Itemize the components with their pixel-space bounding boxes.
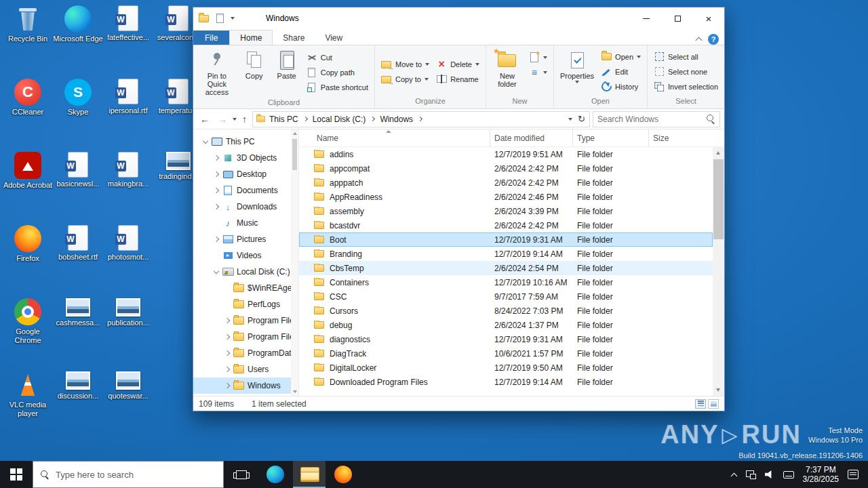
taskbar-edge-button[interactable] — [259, 461, 292, 488]
nav-tree-item[interactable]: 3D Objects — [193, 150, 298, 166]
breadcrumb-separator-icon[interactable] — [418, 117, 422, 121]
open-button[interactable]: Open — [598, 49, 644, 64]
file-row[interactable]: Cursors 8/24/2022 7:03 PM File folder — [299, 304, 713, 318]
tree-chevron-icon[interactable] — [223, 350, 230, 357]
search-box[interactable] — [593, 111, 720, 127]
nav-tree-item[interactable]: Documents — [193, 182, 298, 199]
desktop-icon[interactable]: CCleaner — [3, 79, 53, 152]
minimize-button[interactable] — [631, 7, 662, 29]
file-row[interactable]: CSC 9/7/2017 7:59 AM File folder — [299, 289, 713, 304]
new-folder-button[interactable]: ★ New folder — [490, 47, 525, 96]
tab-view[interactable]: View — [315, 30, 353, 45]
desktop-icon[interactable]: Skype — [53, 79, 103, 152]
nav-tree-item[interactable]: Program Files — [193, 312, 298, 329]
properties-button[interactable]: Properties — [557, 47, 597, 96]
nav-tree-item[interactable]: Program Files — [193, 329, 298, 345]
desktop-icon[interactable]: publication... — [103, 298, 153, 371]
desktop-icon[interactable]: basicnewsl... — [53, 152, 103, 225]
desktop-icon[interactable]: makingbra... — [103, 152, 153, 225]
nav-tree-item[interactable]: Downloads — [193, 199, 298, 215]
nav-tree-item[interactable]: Local Disk (C:) — [193, 264, 298, 280]
scroll-down-icon[interactable] — [293, 390, 297, 393]
file-row[interactable]: apppatch 2/6/2024 2:42 PM File folder — [299, 176, 713, 190]
desktop-icon[interactable]: discussion... — [53, 371, 103, 445]
tree-chevron-icon[interactable] — [223, 366, 230, 373]
desktop-icon[interactable]: photosmot... — [103, 225, 153, 298]
tree-chevron-icon[interactable] — [212, 268, 219, 275]
nav-tree-item[interactable]: ProgramData — [193, 345, 298, 361]
column-header-name[interactable]: Name — [299, 129, 490, 146]
file-row[interactable]: Containers 12/7/2019 10:16 AM File folde… — [299, 275, 713, 289]
breadcrumb-separator-icon[interactable] — [303, 117, 308, 121]
touch-keyboard-icon[interactable] — [783, 471, 794, 479]
start-button[interactable] — [0, 461, 33, 488]
tree-chevron-icon[interactable] — [212, 171, 219, 178]
desktop-icon[interactable]: Google Chrome — [3, 298, 53, 371]
file-row[interactable]: CbsTemp 2/6/2024 2:54 PM File folder — [299, 261, 713, 275]
tree-chevron-icon[interactable] — [223, 285, 230, 291]
nav-tree-item[interactable]: This PC — [193, 134, 298, 150]
tree-chevron-icon[interactable] — [223, 382, 230, 389]
copy-path-button[interactable]: Copy path — [304, 65, 371, 79]
easy-access-button[interactable] — [526, 65, 550, 79]
tab-home[interactable]: Home — [229, 30, 273, 45]
desktop-icon[interactable]: bobsheet.rtf — [53, 225, 103, 298]
copy-to-button[interactable]: Copy to — [378, 72, 432, 86]
up-button[interactable]: ↑ — [239, 114, 250, 125]
forward-button[interactable]: → — [215, 114, 230, 125]
file-row[interactable]: DigitalLocker 12/7/2019 9:50 AM File fol… — [299, 361, 713, 375]
help-icon[interactable]: ? — [708, 34, 719, 45]
desktop-icon[interactable]: quoteswar... — [103, 371, 153, 445]
nav-tree-item[interactable]: Desktop — [193, 166, 298, 182]
nav-tree-item[interactable]: PerfLogs — [193, 296, 298, 312]
tree-chevron-icon[interactable] — [223, 317, 230, 324]
action-center-icon[interactable] — [848, 470, 859, 479]
select-all-button[interactable]: Select all — [651, 49, 721, 64]
nav-tree-item[interactable]: Users — [193, 361, 298, 378]
column-header-date-modified[interactable]: Date modified — [490, 129, 573, 146]
maximize-button[interactable] — [662, 7, 693, 29]
scroll-up-icon[interactable] — [716, 151, 720, 155]
desktop-icon[interactable]: Adobe Acrobat — [3, 152, 53, 225]
nav-tree-item[interactable]: Windows — [193, 378, 298, 394]
file-row[interactable]: debug 2/6/2024 1:37 PM File folder — [299, 318, 713, 332]
address-box[interactable]: This PC Local Disk (C:) Windows ↻ — [252, 111, 590, 127]
large-icons-view-button[interactable] — [708, 399, 719, 409]
edit-button[interactable]: Edit — [598, 64, 644, 79]
file-row[interactable]: assembly 2/6/2024 3:39 PM File folder — [299, 204, 713, 218]
nav-tree-item[interactable]: Pictures — [193, 231, 298, 247]
breadcrumb-separator-icon[interactable] — [370, 117, 375, 121]
breadcrumb-windows[interactable]: Windows — [378, 115, 415, 124]
close-button[interactable]: × — [693, 7, 724, 29]
file-row[interactable]: bcastdvr 2/6/2024 2:42 PM File folder — [299, 218, 713, 232]
tree-chevron-icon[interactable] — [212, 220, 219, 226]
history-button[interactable]: History — [598, 79, 644, 94]
desktop-icon[interactable]: Microsoft Edge — [53, 5, 103, 79]
file-row[interactable]: addins 12/7/2019 9:51 AM File folder — [299, 147, 713, 161]
desktop-icon[interactable]: fateffective... — [103, 5, 153, 79]
tree-chevron-icon[interactable] — [223, 301, 230, 308]
qat-properties-icon[interactable] — [214, 13, 225, 24]
tree-chevron-icon[interactable] — [212, 252, 219, 259]
tree-chevron-icon[interactable] — [212, 203, 219, 210]
paste-shortcut-button[interactable]: Paste shortcut — [304, 80, 371, 94]
tree-chevron-icon[interactable] — [212, 236, 219, 243]
file-list-scrollbar[interactable] — [713, 147, 724, 396]
nav-tree-item[interactable]: Music — [193, 215, 298, 231]
invert-selection-button[interactable]: Invert selection — [651, 79, 721, 94]
search-icon[interactable] — [707, 115, 715, 123]
tree-chevron-icon[interactable] — [223, 333, 230, 340]
task-view-button[interactable] — [225, 461, 258, 488]
column-header-size[interactable]: Size — [649, 129, 724, 146]
file-row[interactable]: Downloaded Program Files 12/7/2019 9:14 … — [299, 375, 713, 389]
details-view-button[interactable] — [695, 399, 706, 409]
taskbar-search[interactable]: Type here to search — [33, 461, 224, 488]
address-dropdown-icon[interactable] — [568, 118, 572, 121]
select-none-button[interactable]: Select none — [651, 64, 721, 79]
paste-button[interactable]: Paste — [271, 47, 302, 97]
taskbar-file-explorer-button[interactable] — [293, 461, 326, 488]
qat-customize-icon[interactable] — [231, 17, 235, 20]
back-button[interactable]: ← — [197, 114, 212, 125]
delete-button[interactable]: Delete — [433, 57, 482, 71]
nav-tree-item[interactable]: Videos — [193, 247, 298, 264]
